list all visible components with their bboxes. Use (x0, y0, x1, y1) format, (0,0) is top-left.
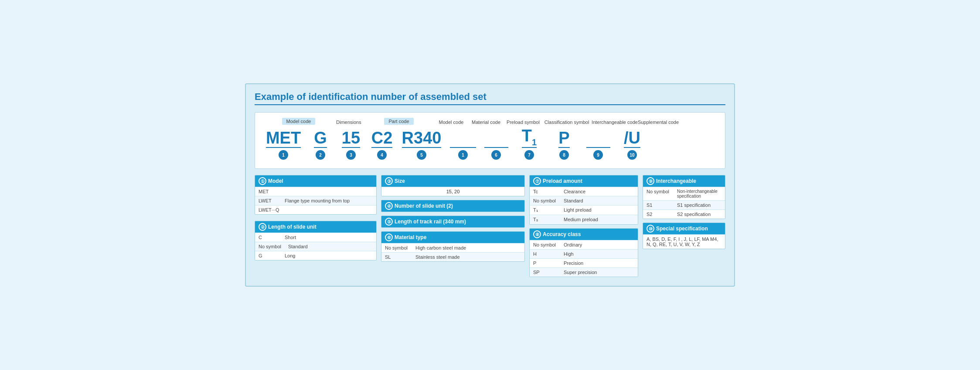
table-row: No symbol High carbon steel made (381, 243, 524, 252)
table-slide-unit-length: ② Length of slide unit C Short No symbol… (255, 221, 377, 260)
col-right2: ⑨ Interchangeable No symbol Non-intercha… (643, 175, 725, 277)
header-model-code: Model code (282, 118, 316, 125)
table-row: No symbol Ordinary (530, 240, 638, 249)
header-supplemental: Supplemental code (638, 120, 679, 125)
code-blank-9: 9 (583, 131, 613, 160)
code-P: P 8 (549, 130, 579, 160)
table-accuracy: ⑧ Accuracy class No symbol Ordinary H Hi… (529, 228, 638, 277)
header-preload-symbol: Preload symbol (507, 120, 540, 125)
table-row: A, BS, D, E, F, I , J, L, LF, MA M4, N, … (643, 234, 725, 249)
table-material-header: ⑥ Material type (381, 232, 524, 243)
table-size-header: ③ Size (381, 175, 524, 187)
table-interchangeable-header: ⑨ Interchangeable (643, 175, 725, 187)
code-T1: T1 7 (514, 127, 544, 160)
header-part-code: Part code (384, 118, 413, 125)
table-slide-unit-num: ④ Number of slide unit (2) (381, 200, 525, 212)
code-G: G 2 (307, 130, 333, 160)
code-C2: C2 4 (367, 130, 397, 160)
table-row: Tc Clearance (530, 187, 638, 196)
header-model-code-2: Model code (439, 120, 464, 125)
table-row: No symbol Standard (255, 242, 376, 251)
col-right1: ⑦ Preload amount Tc Clearance No symbol … (529, 175, 638, 277)
table-interchangeable: ⑨ Interchangeable No symbol Non-intercha… (643, 175, 725, 219)
table-track-rail-header: ⑤ Length of track rail (340 mm) (381, 216, 524, 227)
col-mid: ③ Size 15, 20 ④ Number of slide unit (2)… (381, 175, 525, 277)
table-preload-header: ⑦ Preload amount (530, 175, 638, 187)
table-row: S1 S1 specification (643, 200, 725, 209)
table-row: No symbol Non-interchangeable specificat… (643, 187, 725, 200)
table-row: MET (255, 187, 376, 196)
table-row: No symbol Standard (530, 196, 638, 205)
table-model: ① Model MET LWET Flange type mounting fr… (255, 175, 377, 215)
table-row: H High (530, 249, 638, 258)
table-accuracy-header: ⑧ Accuracy class (530, 229, 638, 240)
table-material: ⑥ Material type No symbol High carbon st… (381, 231, 525, 262)
table-special-spec: ⑩ Special specification A, BS, D, E, F, … (643, 223, 725, 249)
code-15: 15 3 (338, 130, 364, 160)
table-row: LWET Flange type mounting from top (255, 196, 376, 205)
table-model-header: ① Model (255, 175, 376, 187)
header-classification: Classification symbol (544, 120, 589, 125)
table-row: SL Stainless steel made (381, 252, 524, 261)
table-slide-unit-header: ② Length of slide unit (255, 221, 376, 233)
table-track-rail: ⑤ Length of track rail (340 mm) (381, 216, 525, 228)
table-row: T₁ Light preload (530, 205, 638, 215)
code-R340: R340 5 (400, 130, 443, 160)
code-U: /U 10 (617, 130, 647, 160)
table-row: S2 S2 specification (643, 209, 725, 219)
table-row: C Short (255, 233, 376, 242)
table-row: 15, 20 (381, 187, 524, 196)
code-blank-1: 1 (448, 131, 478, 160)
table-row: SP Super precision (530, 267, 638, 277)
table-row: G Long (255, 251, 376, 260)
header-interchangeable: Interchangeable code (592, 120, 638, 125)
main-container: Example of identification number of asse… (245, 83, 735, 287)
header-material-code: Material code (472, 120, 500, 125)
header-dimensions: Dimensions (336, 120, 361, 125)
table-row: T₂ Medium preload (530, 215, 638, 224)
page-title: Example of identification number of asse… (255, 91, 725, 105)
table-preload: ⑦ Preload amount Tc Clearance No symbol … (529, 175, 638, 225)
table-special-spec-header: ⑩ Special specification (643, 223, 725, 234)
table-slide-unit-num-header: ④ Number of slide unit (2) (381, 200, 524, 212)
table-row: LWET···Q (255, 205, 376, 214)
table-row: P Precision (530, 258, 638, 267)
tables-section: ① Model MET LWET Flange type mounting fr… (255, 175, 725, 277)
table-size: ③ Size 15, 20 (381, 175, 525, 196)
code-blank-6: 6 (481, 131, 511, 160)
code-MET: MET 1 (264, 130, 303, 160)
col-left: ① Model MET LWET Flange type mounting fr… (255, 175, 377, 277)
diagram-area: Model code Dimensions Part code Model co… (255, 112, 725, 169)
